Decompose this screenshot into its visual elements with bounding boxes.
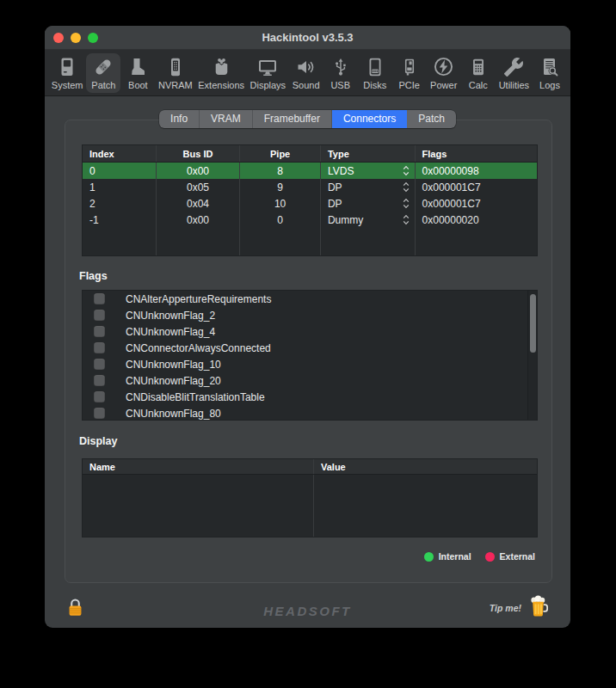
empty-cell bbox=[157, 228, 241, 255]
type-dropdown-stepper-icon[interactable] bbox=[403, 165, 410, 176]
toolbar-item-sound[interactable]: Sound bbox=[289, 53, 323, 93]
table-row[interactable]: 2 0x04 10 DP 0x000001C7 bbox=[83, 195, 537, 212]
cell-type: DP bbox=[321, 179, 416, 195]
tab-vram[interactable]: VRAM bbox=[200, 110, 253, 128]
toolbar-item-usb[interactable]: USB bbox=[323, 53, 358, 93]
flag-label: CNUnknownFlag_4 bbox=[126, 326, 215, 338]
type-dropdown-stepper-icon[interactable] bbox=[403, 198, 410, 209]
legend: Internal External bbox=[424, 551, 535, 562]
empty-cell bbox=[416, 228, 537, 255]
tab-connectors[interactable]: Connectors bbox=[332, 110, 407, 128]
empty-cell bbox=[83, 475, 314, 537]
bandaid-icon bbox=[92, 55, 114, 79]
flag-checkbox[interactable] bbox=[94, 408, 105, 419]
column-header-bus-id[interactable]: Bus ID bbox=[157, 145, 241, 162]
flags-scrollbar[interactable] bbox=[527, 291, 537, 420]
toolbar-item-calc[interactable]: Calc bbox=[461, 53, 496, 93]
tip-me-button[interactable]: Tip me! bbox=[490, 595, 548, 621]
app-window: Hackintool v3.5.3 System Patch Boot NVRA… bbox=[45, 26, 570, 628]
type-value: DP bbox=[328, 198, 342, 210]
flag-checkbox[interactable] bbox=[94, 342, 105, 353]
pcie-card-icon bbox=[400, 55, 419, 79]
table-row[interactable]: 0 0x00 8 LVDS 0x00000098 bbox=[83, 163, 537, 179]
toolbar-item-displays[interactable]: Displays bbox=[247, 53, 289, 93]
tab-info[interactable]: Info bbox=[159, 110, 200, 128]
title-bar[interactable]: Hackintool v3.5.3 bbox=[45, 26, 570, 50]
empty-cell bbox=[83, 228, 157, 255]
cell-bus-id: 0x05 bbox=[157, 179, 241, 195]
type-value: Dummy bbox=[328, 214, 363, 226]
flag-row[interactable]: CNDisableBlitTranslationTable bbox=[83, 389, 537, 405]
toolbar-item-label: Extensions bbox=[198, 80, 244, 90]
table-row[interactable]: 1 0x05 9 DP 0x000001C7 bbox=[83, 179, 537, 195]
type-dropdown-stepper-icon[interactable] bbox=[403, 181, 410, 193]
flag-checkbox[interactable] bbox=[94, 359, 105, 370]
toolbar-item-label: Disks bbox=[363, 80, 386, 90]
toolbar-item-boot[interactable]: Boot bbox=[120, 53, 155, 93]
cell-bus-id: 0x00 bbox=[157, 163, 241, 179]
column-header-value[interactable]: Value bbox=[314, 459, 537, 474]
cell-bus-id: 0x04 bbox=[157, 195, 241, 212]
toolbar-item-extensions[interactable]: Extensions bbox=[195, 53, 247, 93]
cell-index: 2 bbox=[83, 195, 157, 212]
flag-row[interactable]: CNUnknownFlag_80 bbox=[83, 405, 537, 421]
toolbar-item-label: Boot bbox=[128, 80, 148, 90]
cell-flags: 0x00000098 bbox=[416, 163, 537, 179]
tab-framebuffer[interactable]: Framebuffer bbox=[253, 110, 332, 128]
flag-row[interactable]: CNUnknownFlag_20 bbox=[83, 372, 537, 389]
flag-label: CNDisableBlitTranslationTable bbox=[126, 391, 265, 403]
flag-label: CNConnectorAlwaysConnected bbox=[126, 342, 271, 354]
tab-patch[interactable]: Patch bbox=[407, 110, 456, 128]
flag-row[interactable]: CNUnknownFlag_2 bbox=[83, 307, 537, 323]
flag-row[interactable]: CNUnknownFlag_10 bbox=[83, 356, 537, 372]
cell-flags: 0x000001C7 bbox=[416, 179, 537, 195]
column-header-flags[interactable]: Flags bbox=[416, 145, 537, 162]
flag-checkbox[interactable] bbox=[94, 391, 105, 402]
toolbar-item-power[interactable]: Power bbox=[427, 53, 461, 93]
tab-bar: Info VRAM Framebuffer Connectors Patch bbox=[45, 110, 570, 128]
toolbar-item-label: Calc bbox=[469, 80, 488, 90]
flag-row[interactable]: CNUnknownFlag_4 bbox=[83, 323, 537, 340]
legend-external-label: External bbox=[500, 551, 535, 562]
toolbar-item-label: NVRAM bbox=[158, 80, 193, 90]
toolbar-item-label: System bbox=[52, 80, 83, 90]
toolbar-item-system[interactable]: System bbox=[48, 53, 86, 93]
flag-row[interactable]: CNConnectorAlwaysConnected bbox=[83, 340, 537, 356]
cell-pipe: 9 bbox=[240, 179, 321, 195]
extensions-pouch-icon bbox=[211, 55, 232, 79]
classic-mac-icon bbox=[57, 55, 77, 79]
type-value: LVDS bbox=[328, 165, 354, 177]
cell-pipe: 10 bbox=[240, 195, 321, 212]
toolbar-item-utilities[interactable]: Utilities bbox=[496, 53, 533, 93]
flag-checkbox[interactable] bbox=[94, 293, 105, 304]
type-value: DP bbox=[328, 181, 342, 194]
toolbar-item-nvram[interactable]: NVRAM bbox=[155, 53, 195, 93]
cell-bus-id: 0x00 bbox=[157, 212, 241, 228]
table-row[interactable]: -1 0x00 0 Dummy 0x00000020 bbox=[83, 212, 537, 228]
column-header-name[interactable]: Name bbox=[83, 459, 314, 474]
flag-row[interactable]: CNAlterAppertureRequirements bbox=[83, 291, 537, 307]
toolbar-item-pcie[interactable]: PCIe bbox=[392, 53, 427, 93]
beer-mug-icon bbox=[528, 595, 548, 621]
toolbar-item-logs[interactable]: Logs bbox=[533, 53, 567, 93]
type-dropdown-stepper-icon[interactable] bbox=[403, 214, 410, 225]
column-header-pipe[interactable]: Pipe bbox=[240, 145, 321, 162]
toolbar-item-disks[interactable]: Disks bbox=[358, 53, 392, 93]
cell-type: DP bbox=[321, 195, 416, 212]
wrench-icon bbox=[503, 55, 524, 79]
toolbar-item-label: USB bbox=[330, 80, 350, 90]
column-header-index[interactable]: Index bbox=[83, 145, 157, 162]
flag-checkbox[interactable] bbox=[94, 310, 105, 321]
flags-list: CNAlterAppertureRequirements CNUnknownFl… bbox=[82, 290, 538, 421]
legend-internal-label: Internal bbox=[439, 551, 471, 562]
toolbar-item-patch[interactable]: Patch bbox=[86, 53, 120, 93]
flag-checkbox[interactable] bbox=[94, 326, 105, 337]
empty-cell bbox=[321, 228, 416, 255]
column-header-type[interactable]: Type bbox=[321, 145, 416, 162]
power-bolt-icon bbox=[433, 55, 454, 79]
flags-section-title: Flags bbox=[79, 270, 108, 282]
display-table-body bbox=[83, 475, 537, 537]
flags-scrollbar-thumb[interactable] bbox=[530, 294, 536, 353]
display-section-title: Display bbox=[79, 435, 117, 447]
flag-checkbox[interactable] bbox=[94, 375, 105, 386]
